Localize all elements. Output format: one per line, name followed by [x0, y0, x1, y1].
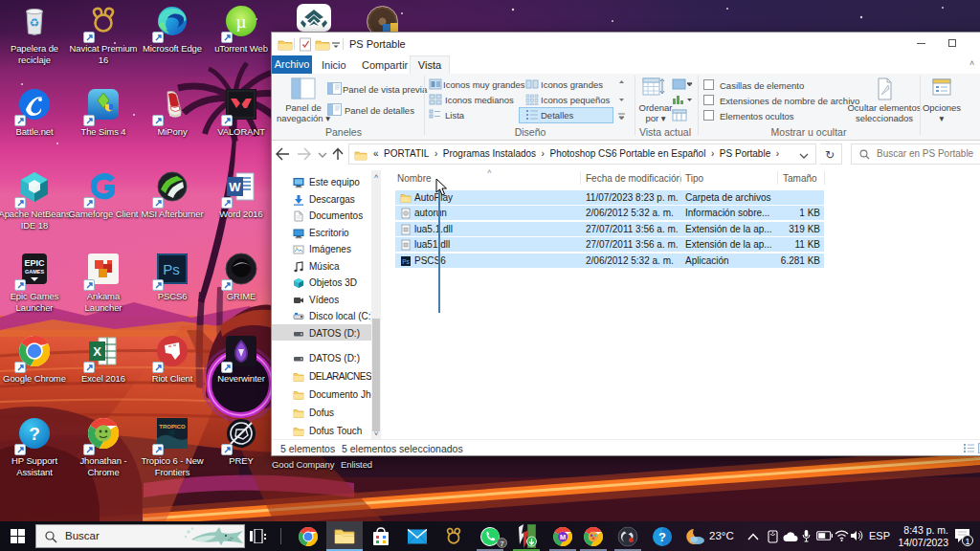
svg-text:?: ? [658, 530, 666, 544]
svg-text:GAMES: GAMES [25, 269, 45, 275]
svg-text:W: W [229, 180, 241, 194]
svg-text:Ps: Ps [163, 261, 180, 277]
svg-text:M: M [560, 532, 566, 540]
svg-text:Ps: Ps [402, 258, 410, 265]
svg-text:♻: ♻ [30, 16, 40, 30]
svg-text:µ: µ [236, 11, 247, 32]
svg-text:EPIC: EPIC [24, 258, 45, 268]
svg-text:TROPICO: TROPICO [159, 424, 186, 430]
svg-text:X: X [93, 344, 101, 359]
svg-text:?: ? [29, 424, 40, 444]
